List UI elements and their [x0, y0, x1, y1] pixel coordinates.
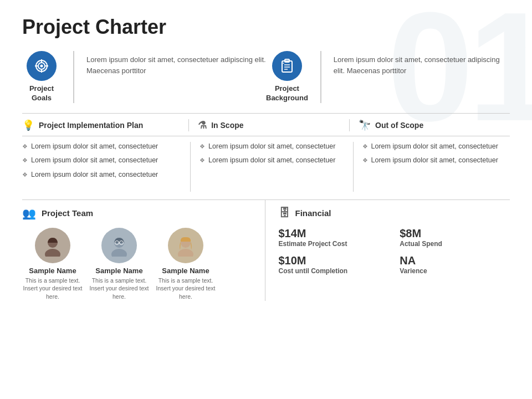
plan-header-inscope: ⚗ In Scope [188, 119, 349, 131]
member-1-desc: This is a sample text. Insert your desir… [22, 277, 83, 301]
avatar-1 [35, 228, 70, 263]
team-member-2: Sample Name This is a sample text. Inser… [89, 228, 150, 301]
team-icon: 👥 [22, 207, 36, 220]
svg-point-16 [111, 249, 127, 257]
financial-section: 🗄 Financial $14M Estimate Project Cost $… [265, 200, 510, 301]
goals-icon-col: Project Goals [22, 51, 61, 103]
implementation-icon: 💡 [22, 119, 34, 131]
financial-header: 🗄 Financial [279, 207, 510, 219]
member-2-name: Sample Name [95, 267, 142, 275]
goals-label: Project Goals [29, 84, 54, 103]
list-item: Lorem ipsum dolor sit amet, consectetuer [200, 142, 347, 152]
fin-item-1: $8M Actual Spend [400, 227, 510, 248]
goals-divider [73, 51, 74, 103]
avatar-3 [168, 228, 203, 263]
top-section: Project Goals Lorem ipsum dolor sit amet… [22, 51, 510, 103]
background-circle-icon [272, 51, 302, 81]
plan-section: 💡 Project Implementation Plan ⚗ In Scope… [22, 119, 510, 192]
project-background-block: Project Background Lorem ipsum dolor sit… [266, 51, 510, 103]
plan-header-implementation: 💡 Project Implementation Plan [22, 119, 188, 131]
list-item: Lorem ipsum dolor sit amet, consectetuer [22, 170, 185, 180]
team-member-1: Sample Name This is a sample text. Inser… [22, 228, 83, 301]
svg-point-14 [45, 249, 60, 257]
bottom-section: 👥 Project Team Sample Name This [22, 200, 510, 301]
team-member-3: Sample Name This is a sample text. Inser… [155, 228, 216, 301]
plan-col2-items: Lorem ipsum dolor sit amet, consectetuer… [190, 142, 352, 192]
project-goals-block: Project Goals Lorem ipsum dolor sit amet… [22, 51, 266, 103]
svg-point-21 [178, 249, 193, 257]
fin-label-2: Cost until Completion [279, 267, 389, 275]
outscope-label: Out of Scope [375, 121, 423, 130]
outscope-icon: 🔭 [359, 119, 371, 131]
background-divider [320, 51, 321, 103]
plan-col3-items: Lorem ipsum dolor sit amet, consectetuer… [353, 142, 510, 192]
background-label: Project Background [266, 84, 308, 103]
member-2-desc: This is a sample text. Insert your desir… [89, 277, 150, 301]
fin-value-3: NA [400, 254, 510, 267]
fin-label-3: Varience [400, 267, 510, 275]
background-text: Lorem ipsum dolor sit amet, consectetuer… [334, 51, 510, 76]
list-item: Lorem ipsum dolor sit amet, consectetuer [200, 156, 347, 166]
fin-value-1: $8M [400, 227, 510, 240]
team-header-label: Project Team [42, 208, 93, 218]
fin-item-3: NA Varience [400, 254, 510, 275]
plan-headers: 💡 Project Implementation Plan ⚗ In Scope… [22, 119, 510, 136]
fin-value-0: $14M [279, 227, 389, 240]
fin-item-2: $10M Cost until Completion [279, 254, 389, 275]
fin-label-1: Actual Spend [400, 240, 510, 248]
implementation-label: Project Implementation Plan [39, 121, 143, 130]
page-title: Project Charter [22, 16, 510, 39]
inscope-icon: ⚗ [198, 119, 207, 131]
fin-item-0: $14M Estimate Project Cost [279, 227, 389, 248]
plan-rows: Lorem ipsum dolor sit amet, consectetuer… [22, 136, 510, 192]
fin-label-0: Estimate Project Cost [279, 240, 389, 248]
list-item: Lorem ipsum dolor sit amet, consectetuer [22, 142, 185, 152]
member-1-name: Sample Name [29, 267, 76, 275]
page: 01 Project Charter [0, 0, 532, 399]
member-3-desc: This is a sample text. Insert your desir… [155, 277, 216, 301]
team-header: 👥 Project Team [22, 207, 254, 220]
team-section: 👥 Project Team Sample Name This [22, 200, 265, 301]
inscope-label: In Scope [211, 121, 243, 130]
financial-header-label: Financial [295, 208, 331, 218]
goals-circle-icon [27, 51, 57, 81]
list-item: Lorem ipsum dolor sit amet, consectetuer [362, 156, 510, 166]
list-item: Lorem ipsum dolor sit amet, consectetuer [362, 142, 510, 152]
team-members-list: Sample Name This is a sample text. Inser… [22, 228, 254, 301]
avatar-2 [101, 228, 137, 263]
member-3-name: Sample Name [162, 267, 209, 275]
list-item: Lorem ipsum dolor sit amet, consectetuer [22, 156, 185, 166]
svg-point-12 [283, 63, 284, 64]
goals-text: Lorem ipsum dolor sit amet, consectetuer… [86, 51, 266, 76]
plan-col1-items: Lorem ipsum dolor sit amet, consectetuer… [22, 142, 190, 192]
background-icon-col: Project Background [266, 51, 308, 103]
top-divider [22, 113, 510, 114]
svg-point-2 [40, 65, 43, 68]
financial-grid: $14M Estimate Project Cost $8M Actual Sp… [279, 227, 510, 275]
fin-value-2: $10M [279, 254, 389, 267]
financial-icon: 🗄 [279, 207, 290, 219]
plan-header-outscope: 🔭 Out of Scope [349, 119, 510, 131]
